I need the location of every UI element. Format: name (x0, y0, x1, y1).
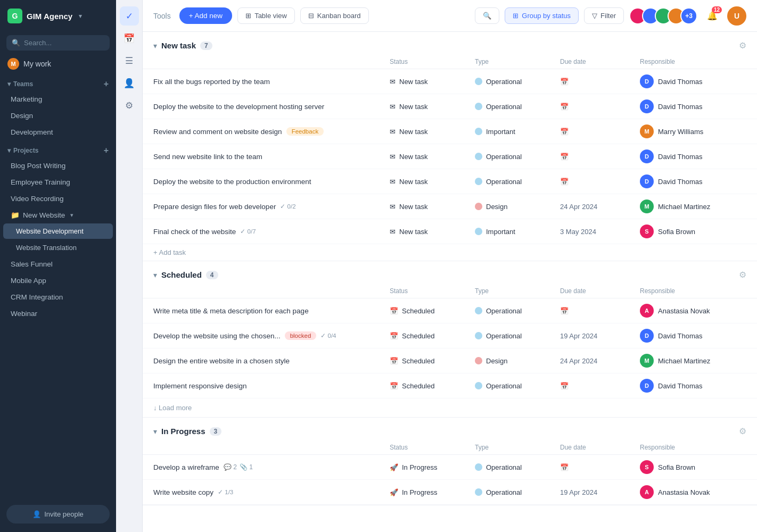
content-area: ▾ New task 7 ⚙ Status Type Due date Resp… (143, 32, 757, 532)
app-logo[interactable]: G GIM Agency ▾ (0, 0, 116, 32)
task-name: Review and comment on website design Fee… (153, 127, 390, 136)
col-task-name-s (153, 287, 390, 295)
task-name: Fix all the bugs reported by the team (153, 78, 390, 86)
load-more-button[interactable]: ↓ Load more (143, 398, 757, 417)
kanban-board-button[interactable]: ⊟ Kanban board (300, 7, 369, 24)
new-website-chevron-icon: ▾ (70, 212, 73, 219)
table-row[interactable]: Final check of the website ✓ 0/7 ✉ New t… (143, 219, 757, 244)
icon-strip-gear[interactable]: ⚙ (120, 96, 139, 115)
sidebar-item-website-translation[interactable]: Website Translation (3, 240, 113, 255)
notification-badge: 12 (712, 6, 722, 13)
notification-button[interactable]: 🔔 12 (703, 6, 722, 26)
sidebar-item-website-development[interactable]: Website Development (3, 223, 113, 239)
in-progress-table-header: Status Type Due date Responsible (143, 440, 757, 455)
group-by-status-button[interactable]: ⊞ Group by status (505, 7, 579, 24)
add-project-button[interactable]: + (104, 146, 109, 155)
scheduled-icon: 📅 (390, 382, 398, 390)
task-name: Implement responsive design (153, 382, 390, 390)
avatar-extra[interactable]: +3 (680, 7, 697, 24)
add-team-button[interactable]: + (104, 79, 109, 89)
task-name: Write meta title & meta description for … (153, 307, 390, 315)
task-status: 📅 Scheduled (390, 307, 475, 315)
teams-label: Teams (13, 80, 33, 88)
section-in-progress-name: In Progress (161, 427, 205, 436)
task-status: ✉ New task (390, 203, 475, 211)
sidebar-item-crm-integration[interactable]: CRM Integration (3, 289, 113, 305)
user-avatar[interactable]: U (727, 6, 746, 26)
in-progress-icon: 🚀 (390, 463, 398, 471)
add-new-button[interactable]: + Add new (179, 7, 232, 24)
sidebar-item-development[interactable]: Development (3, 124, 113, 140)
task-name: Deploy the website to the development ho… (153, 103, 390, 111)
status-icon: ✉ (390, 103, 396, 111)
task-responsible: D David Thomas (640, 379, 746, 393)
search-button[interactable]: 🔍 (475, 7, 499, 24)
projects-label: Projects (13, 147, 38, 154)
table-row[interactable]: Prepare design files for web developer ✓… (143, 194, 757, 219)
table-row[interactable]: Send new website link to the team ✉ New … (143, 144, 757, 169)
icon-strip-list[interactable]: ☰ (120, 51, 139, 70)
table-row[interactable]: Develop the website using the chosen... … (143, 323, 757, 348)
section-in-progress-toggle[interactable]: ▾ (153, 427, 157, 436)
meta-icons: 💬 2 📎 1 (224, 463, 253, 471)
section-new-task-settings-icon[interactable]: ⚙ (739, 40, 746, 51)
new-task-table-header: Status Type Due date Responsible (143, 55, 757, 69)
table-row[interactable]: Deploy the website to the production env… (143, 169, 757, 194)
search-placeholder: Search... (24, 39, 52, 47)
group-label: Group by status (522, 12, 571, 20)
icon-strip-person[interactable]: 👤 (120, 73, 139, 93)
scheduled-icon: 📅 (390, 307, 398, 315)
subtask-count: ✓ 1/3 (218, 488, 233, 496)
table-row[interactable]: Write website copy ✓ 1/3 🚀 In Progress O… (143, 480, 757, 505)
sidebar-item-blog-post[interactable]: Blog Post Writing (3, 158, 113, 173)
task-due: 24 Apr 2024 (560, 203, 640, 211)
col-status-s: Status (390, 287, 475, 295)
task-status: 🚀 In Progress (390, 463, 475, 471)
table-row[interactable]: Design the entire website in a chosen st… (143, 348, 757, 373)
table-row[interactable]: Fix all the bugs reported by the team ✉ … (143, 69, 757, 94)
status-icon: ✉ (390, 203, 396, 211)
task-due: 3 May 2024 (560, 228, 640, 236)
invite-people-button[interactable]: 👤 Invite people (6, 505, 110, 523)
col-type: Type (475, 58, 560, 65)
task-responsible: S Sofia Brown (640, 225, 746, 238)
section-scheduled-settings-icon[interactable]: ⚙ (739, 270, 746, 280)
table-view-button[interactable]: ⊞ Table view (237, 7, 295, 24)
task-responsible: M Michael Martinez (640, 200, 746, 213)
table-row[interactable]: Review and comment on website design Fee… (143, 119, 757, 144)
subtask-count: ✓ 0/4 (320, 332, 336, 339)
sidebar-item-design[interactable]: Design (3, 108, 113, 123)
task-due: 📅 (560, 382, 640, 390)
sidebar-item-video-recording[interactable]: Video Recording (3, 191, 113, 206)
filter-button[interactable]: ▽ Filter (584, 7, 624, 24)
task-type: Design (475, 357, 560, 365)
sidebar-item-mobile-app[interactable]: Mobile App (3, 273, 113, 288)
section-in-progress-settings-icon[interactable]: ⚙ (739, 426, 746, 436)
teams-section-header[interactable]: ▾ Teams + (0, 74, 116, 91)
col-responsible-ip: Responsible (640, 444, 746, 451)
sidebar-item-new-website[interactable]: 📁 New Website ▾ (3, 207, 113, 222)
table-row[interactable]: Implement responsive design 📅 Scheduled … (143, 373, 757, 398)
table-row[interactable]: Develop a wireframe 💬 2 📎 1 🚀 In Progres… (143, 455, 757, 480)
table-row[interactable]: Write meta title & meta description for … (143, 298, 757, 323)
task-status: ✉ New task (390, 228, 475, 236)
search-bar[interactable]: 🔍 Search... (6, 35, 110, 51)
table-row[interactable]: Deploy the website to the development ho… (143, 94, 757, 119)
add-task-button[interactable]: + Add task (143, 244, 757, 261)
my-work-item[interactable]: M My work (0, 54, 116, 74)
section-new-task-toggle[interactable]: ▾ (153, 41, 157, 50)
sidebar-item-webinar[interactable]: Webinar (3, 306, 113, 321)
sidebar-item-marketing[interactable]: Marketing (3, 92, 113, 107)
task-type: Operational (475, 178, 560, 186)
task-due: 24 Apr 2024 (560, 357, 640, 365)
calendar-icon: 📅 (560, 382, 569, 390)
sidebar-item-sales-funnel[interactable]: Sales Funnel (3, 256, 113, 272)
icon-strip-check[interactable]: ✓ (120, 6, 139, 26)
section-scheduled-toggle[interactable]: ▾ (153, 271, 157, 279)
icon-strip-calendar[interactable]: 📅 (120, 29, 139, 48)
filter-icon: ▽ (592, 12, 597, 20)
projects-section-header[interactable]: ▾ Projects + (0, 140, 116, 157)
task-name: Deploy the website to the production env… (153, 178, 390, 186)
task-badge: Feedback (286, 127, 324, 136)
sidebar-item-employee-training[interactable]: Employee Training (3, 174, 113, 190)
